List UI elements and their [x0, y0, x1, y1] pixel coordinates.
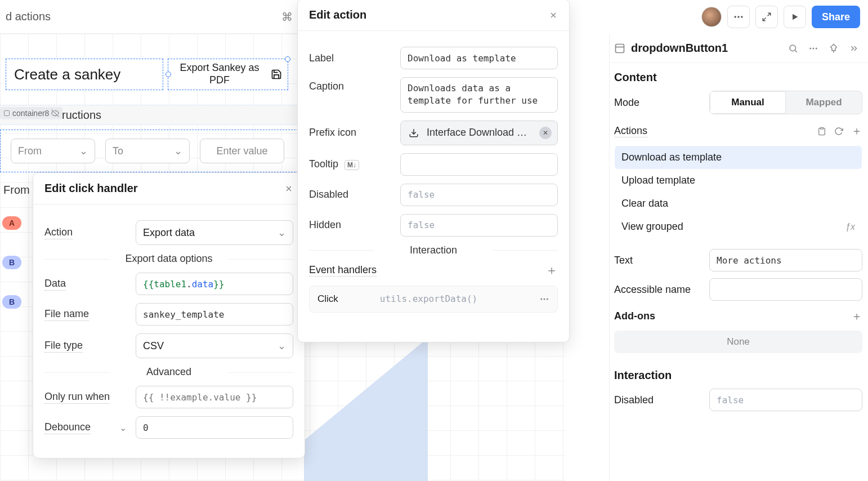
selection-handle[interactable]: [165, 72, 171, 77]
action-item-clear[interactable]: Clear data: [615, 192, 862, 215]
component-type-icon: [614, 43, 625, 54]
from-placeholder: From: [18, 145, 42, 157]
shortcut-hint: ⌘: [281, 10, 293, 24]
filetype-select[interactable]: CSV ⌄: [136, 333, 293, 358]
svg-rect-0: [5, 111, 10, 116]
filename-input[interactable]: [136, 303, 293, 326]
inspector-disabled-input[interactable]: [709, 389, 862, 411]
filename-label: File name: [44, 308, 89, 321]
expand-button[interactable]: [755, 6, 778, 28]
caption-input[interactable]: Downloads data as a template for further…: [400, 77, 558, 113]
container-tag-text: container8: [12, 109, 49, 118]
value-placeholder: Enter value: [216, 145, 267, 157]
onlyrun-input[interactable]: [136, 386, 293, 408]
prefix-value: Interface Download …: [427, 127, 527, 139]
action-label: Action: [44, 226, 73, 239]
svg-point-1: [734, 16, 736, 17]
action-item-view-grouped[interactable]: View grouped ƒx: [615, 215, 862, 238]
export-options-title: Export data options: [44, 253, 293, 265]
actions-label: Actions: [614, 125, 647, 137]
selection-handle[interactable]: [285, 56, 290, 62]
from-column-header: From: [3, 184, 30, 197]
close-icon[interactable]: [284, 184, 293, 193]
mode-manual-tab[interactable]: Manual: [710, 91, 786, 114]
svg-point-16: [809, 47, 811, 49]
widget-title-text: Create a sankey: [14, 66, 120, 83]
value-input[interactable]: Enter value: [200, 139, 284, 163]
edit-click-handler-panel: Edit click handler Action Export data ⌄ …: [33, 172, 305, 458]
chevron-down-icon: ⌄: [278, 226, 286, 239]
disabled-input[interactable]: [400, 184, 558, 206]
edit-action-panel: Edit action Label Caption Downloads data…: [297, 0, 570, 342]
label-input[interactable]: [400, 47, 558, 69]
close-icon[interactable]: [549, 11, 558, 20]
avatar[interactable]: [701, 7, 722, 27]
add-addon-button[interactable]: ＋: [851, 309, 862, 324]
add-action-button[interactable]: ＋: [851, 123, 862, 139]
data-label: Data: [44, 278, 66, 291]
more-menu-button[interactable]: [727, 6, 750, 28]
filetype-value: CSV: [143, 340, 164, 352]
event-handler-row[interactable]: Click utils.exportData(): [309, 286, 558, 313]
action-value: Export data: [143, 227, 195, 239]
mode-mapped-tab[interactable]: Mapped: [786, 91, 862, 114]
add-event-button[interactable]: ＋: [545, 262, 558, 279]
refresh-icon[interactable]: [834, 127, 843, 136]
chevron-down-icon: ⌄: [79, 145, 88, 157]
save-icon: [271, 69, 282, 80]
svg-point-11: [544, 298, 545, 300]
share-button[interactable]: Share: [812, 6, 860, 28]
text-label: Text: [614, 255, 633, 266]
widget-export-label: Export Sankey as PDF: [174, 62, 265, 86]
inspector-panel: dropdownButton1 Content Mode Manual Mapp…: [609, 34, 868, 481]
tooltip-input[interactable]: [400, 153, 558, 176]
to-placeholder: To: [113, 145, 123, 157]
download-icon: [406, 126, 421, 140]
topbar-right: Share: [641, 0, 868, 34]
event-handlers-label: Event handlers: [309, 264, 377, 277]
addons-label: Add-ons: [614, 310, 655, 322]
debounce-label: Debounce: [44, 421, 91, 434]
chevron-down-icon[interactable]: ⌄: [119, 422, 127, 433]
container-tag[interactable]: container8: [0, 107, 62, 119]
event-more-icon[interactable]: [539, 294, 549, 304]
from-select[interactable]: From ⌄: [11, 139, 95, 163]
action-item-download[interactable]: Download as template: [615, 146, 862, 169]
advanced-title: Advanced: [44, 366, 293, 378]
paste-icon[interactable]: [817, 127, 826, 136]
row-badge-b: B: [2, 295, 21, 309]
hidden-icon: [51, 109, 59, 117]
preview-button[interactable]: [784, 6, 806, 28]
debounce-input[interactable]: [136, 416, 293, 439]
expand-panel-icon[interactable]: [849, 43, 859, 54]
accessible-input[interactable]: [709, 278, 862, 301]
chevron-down-icon: ⌄: [278, 340, 286, 352]
onlyrun-label: Only run when: [44, 391, 110, 404]
widget-filter-row[interactable]: From ⌄ To ⌄ Enter value: [0, 130, 298, 172]
search-icon[interactable]: [788, 43, 798, 54]
event-code: utils.exportData(): [380, 293, 477, 304]
to-select[interactable]: To ⌄: [105, 139, 190, 163]
action-item-upload[interactable]: Upload template: [615, 169, 862, 192]
more-icon[interactable]: [808, 43, 818, 54]
component-name[interactable]: dropdownButton1: [631, 42, 782, 55]
mode-segmented[interactable]: Manual Mapped: [709, 91, 862, 114]
svg-rect-13: [616, 44, 624, 52]
pin-icon[interactable]: [829, 43, 839, 54]
content-section-title: Content: [614, 71, 862, 84]
action-select[interactable]: Export data ⌄: [136, 220, 293, 245]
fx-icon: ƒx: [845, 222, 855, 232]
hidden-input[interactable]: [400, 214, 558, 237]
prefix-label: Prefix icon: [309, 127, 393, 139]
clear-icon[interactable]: ✕: [539, 127, 552, 139]
mode-label: Mode: [614, 97, 639, 109]
widget-title[interactable]: Create a sankey: [6, 59, 163, 90]
hidden-label: Hidden: [309, 219, 393, 231]
panel-title: Edit action: [309, 8, 366, 21]
widget-export-pdf-button[interactable]: Export Sankey as PDF: [168, 59, 288, 90]
actions-list: Download as template Upload template Cle…: [614, 145, 862, 239]
data-expression-input[interactable]: {{table1.data}}: [136, 273, 293, 295]
row-badge-b: B: [2, 256, 21, 269]
prefix-icon-picker[interactable]: Interface Download … ✕: [400, 121, 558, 145]
text-input[interactable]: [709, 249, 862, 271]
